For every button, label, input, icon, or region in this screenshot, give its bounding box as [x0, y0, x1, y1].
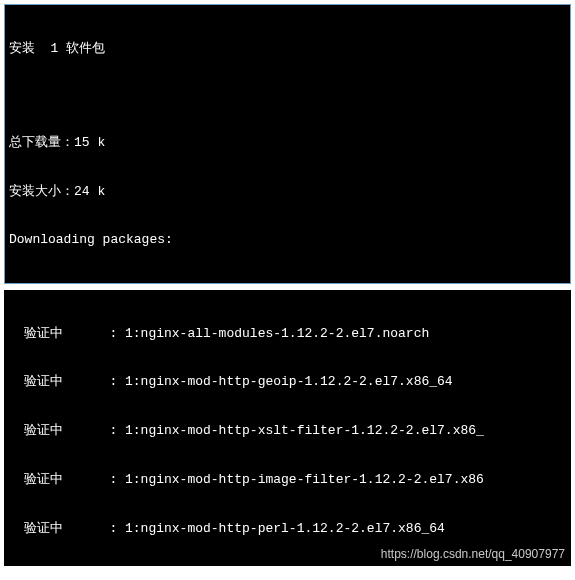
blank-line	[9, 89, 566, 102]
verify-row: 验证中 : 1:nginx-mod-http-perl-1.12.2-2.el7…	[8, 521, 567, 537]
downloading-label: Downloading packages:	[9, 232, 566, 248]
total-download: 总下载量：15 k	[9, 135, 566, 151]
verify-row: 验证中 : 1:nginx-mod-http-image-filter-1.12…	[8, 472, 567, 488]
watermark-text: https://blog.csdn.net/qq_40907977	[381, 547, 565, 562]
verify-row: 验证中 : 1:nginx-mod-http-geoip-1.12.2-2.el…	[8, 374, 567, 390]
install-header: 安装 1 软件包	[9, 41, 566, 57]
install-size: 安装大小：24 k	[9, 184, 566, 200]
verify-row: 验证中 : 1:nginx-mod-http-xslt-filter-1.12.…	[8, 423, 567, 439]
rpm-name: epel-release-7-11.noarch.rpm	[9, 281, 566, 284]
terminal-pane-epel: 安装 1 软件包 总下载量：15 k 安装大小：24 k Downloading…	[4, 4, 571, 284]
terminal-pane-nginx: 验证中 : 1:nginx-all-modules-1.12.2-2.el7.n…	[4, 290, 571, 566]
verify-row: 验证中 : 1:nginx-all-modules-1.12.2-2.el7.n…	[8, 326, 567, 342]
